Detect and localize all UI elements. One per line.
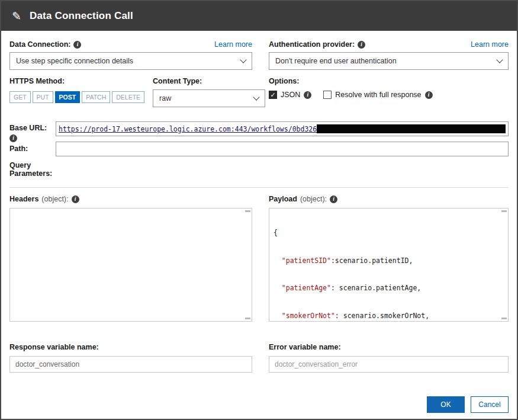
data-connection-learn-more-link[interactable]: Learn more: [214, 40, 252, 49]
method-button-patch[interactable]: PATCH: [82, 91, 110, 103]
method-button-put[interactable]: PUT: [33, 91, 53, 103]
headers-sublabel: (object):: [41, 195, 68, 203]
payload-code-line: "patientSID":scenario.patientID,: [274, 257, 504, 266]
payload-editor-content: { "patientSID":scenario.patientID, "pati…: [269, 209, 508, 322]
payload-sublabel: (object):: [300, 195, 327, 203]
scrollbar-bottom-tick[interactable]: [245, 318, 250, 319]
json-checkbox-label: JSON: [281, 91, 300, 99]
info-icon[interactable]: i: [358, 41, 365, 49]
info-icon[interactable]: i: [425, 91, 433, 99]
chevron-down-icon: [496, 56, 503, 63]
https-method-label: HTTPS Method:: [9, 77, 144, 85]
dialog-title: Data Connection Call: [30, 10, 133, 22]
checkbox-unchecked-icon[interactable]: ✓: [323, 91, 332, 99]
response-variable-value: doctor_conversation: [15, 360, 79, 368]
method-button-get[interactable]: GET: [9, 91, 31, 103]
path-label-cell: Path:: [9, 142, 56, 156]
resolve-full-response-checkbox[interactable]: ✓ Resolve with full response i: [323, 91, 432, 99]
data-connection-select[interactable]: Use step specific connection details: [9, 52, 252, 70]
info-icon[interactable]: i: [72, 195, 79, 203]
payload-editor[interactable]: { "patientSID":scenario.patientID, "pati…: [269, 208, 509, 322]
edit-pencil-icon: ✎: [12, 11, 21, 22]
base-url-input[interactable]: https://prod-17.westeurope.logic.azure.c…: [56, 121, 509, 136]
error-variable-input[interactable]: doctor_conversation_error: [269, 356, 509, 373]
redaction-bar: [317, 124, 506, 133]
response-variable-input[interactable]: doctor_conversation: [9, 356, 252, 373]
auth-provider-learn-more-link[interactable]: Learn more: [471, 40, 509, 49]
ok-button[interactable]: OK: [427, 396, 465, 413]
method-button-post[interactable]: POST: [55, 91, 81, 103]
content-type-select[interactable]: raw: [153, 89, 265, 107]
dialog-header: ✎ Data Connection Call: [1, 1, 517, 31]
json-checkbox[interactable]: ✓ JSON i: [269, 91, 311, 99]
data-connection-selected-value: Use step specific connection details: [16, 57, 133, 65]
scrollbar-top-tick[interactable]: [501, 210, 507, 212]
path-label: Path:: [9, 145, 28, 153]
info-icon[interactable]: i: [9, 134, 17, 142]
query-params-label-cell: Query Parameters:: [9, 156, 56, 178]
auth-provider-selected-value: Don't require end user authentication: [275, 57, 397, 65]
info-icon[interactable]: i: [304, 91, 311, 99]
cancel-button[interactable]: Cancel: [471, 396, 509, 413]
scrollbar-top-tick[interactable]: [245, 210, 250, 212]
method-button-delete[interactable]: DELETE: [112, 91, 144, 103]
chevron-down-icon: [253, 94, 259, 100]
content-type-label: Content Type:: [153, 77, 265, 85]
payload-label: Payload: [269, 195, 297, 203]
resolve-checkbox-label: Resolve with full response: [335, 91, 421, 99]
payload-code-line: "smokerOrNot": scenario.smokerOrNot,: [274, 312, 504, 321]
path-input[interactable]: [56, 142, 509, 156]
base-url-label: Base URL:: [9, 124, 47, 132]
base-url-label-cell: Base URL: i: [9, 121, 56, 142]
chevron-down-icon: [240, 56, 246, 63]
base-url-value: https://prod-17.westeurope.logic.azure.c…: [59, 125, 317, 133]
headers-editor-content: [10, 209, 252, 212]
data-connection-call-dialog: ✎ Data Connection Call Data Connection: …: [0, 0, 518, 420]
options-label: Options:: [269, 77, 509, 85]
checkbox-checked-icon[interactable]: ✓: [269, 91, 277, 99]
auth-provider-label: Authentication provider:: [269, 40, 355, 49]
content-type-selected-value: raw: [159, 94, 171, 102]
info-icon[interactable]: i: [73, 41, 81, 49]
headers-label: Headers: [9, 195, 38, 203]
https-method-group: GET PUT POST PATCH DELETE: [9, 91, 144, 103]
scrollbar-bottom-tick[interactable]: [501, 318, 507, 319]
error-variable-label: Error variable name:: [269, 343, 509, 351]
response-variable-label: Response variable name:: [9, 343, 252, 351]
section-divider: [9, 187, 509, 188]
headers-editor[interactable]: [9, 208, 252, 322]
query-params-label: Query Parameters:: [9, 161, 52, 178]
payload-code-line: "patientAge": scenario.patientAge,: [274, 284, 504, 293]
auth-provider-select[interactable]: Don't require end user authentication: [269, 52, 509, 70]
payload-code-line: {: [274, 229, 504, 238]
data-connection-label: Data Connection:: [9, 40, 70, 49]
info-icon[interactable]: i: [330, 195, 337, 203]
error-variable-value: doctor_conversation_error: [275, 360, 358, 368]
dialog-body: Data Connection: i Learn more Use step s…: [1, 31, 517, 419]
query-params-input[interactable]: [56, 156, 509, 171]
